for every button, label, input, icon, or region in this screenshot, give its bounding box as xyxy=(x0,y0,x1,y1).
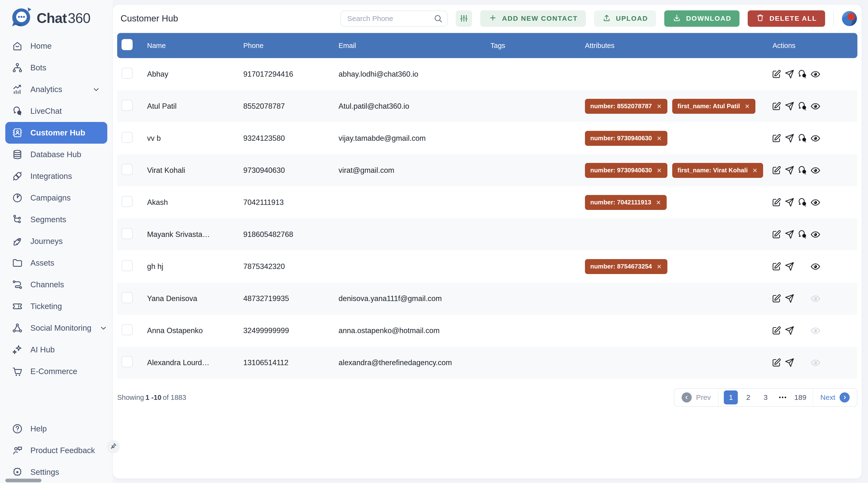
horizontal-scrollbar-thumb[interactable] xyxy=(5,479,41,482)
prev-page-button[interactable]: Prev xyxy=(674,389,719,406)
search-input[interactable] xyxy=(340,10,447,27)
table-footer: Showing1 -10of 1883 Prev 1 2 3 ••• 189 N… xyxy=(117,388,858,407)
row-checkbox[interactable] xyxy=(122,324,133,335)
chat-icon[interactable] xyxy=(797,101,808,111)
edit-icon[interactable] xyxy=(771,101,782,111)
search-icon[interactable] xyxy=(434,14,443,23)
send-icon[interactable] xyxy=(784,69,795,79)
page-button-3[interactable]: 3 xyxy=(758,390,773,405)
sidebar-item-assets[interactable]: Assets xyxy=(5,252,107,274)
add-new-contact-label: ADD NEW CONTACT xyxy=(502,15,578,23)
remove-attribute-icon[interactable] xyxy=(656,103,662,109)
column-header-phone: Phone xyxy=(239,42,334,50)
sidebar-item-label: Campaigns xyxy=(30,193,71,202)
edit-icon[interactable] xyxy=(771,69,782,79)
cell-phone: 8552078787 xyxy=(239,102,334,110)
select-all-checkbox[interactable] xyxy=(122,39,133,50)
sidebar-item-channels[interactable]: Channels xyxy=(5,274,107,295)
sidebar-item-livechat[interactable]: LiveChat xyxy=(5,100,107,122)
edit-icon[interactable] xyxy=(771,165,782,176)
row-checkbox[interactable] xyxy=(122,292,133,303)
sidebar-item-bots[interactable]: Bots xyxy=(5,57,107,78)
cell-actions xyxy=(768,101,858,111)
chat-icon[interactable] xyxy=(797,69,808,79)
row-checkbox[interactable] xyxy=(122,260,133,271)
sidebar-item-ecommerce[interactable]: E-Commerce xyxy=(5,360,107,382)
eye-icon[interactable] xyxy=(810,165,821,176)
pagination: Prev 1 2 3 ••• 189 Next xyxy=(674,388,858,407)
sidebar-item-database-hub[interactable]: Database Hub xyxy=(5,143,107,165)
row-checkbox[interactable] xyxy=(122,68,133,79)
next-page-button[interactable]: Next xyxy=(812,389,857,406)
page-button-2[interactable]: 2 xyxy=(741,390,755,405)
eye-icon[interactable] xyxy=(810,133,821,143)
sidebar-item-journeys[interactable]: Journeys xyxy=(5,230,107,252)
delete-all-button[interactable]: DELETE ALL xyxy=(748,10,825,27)
chat-icon[interactable] xyxy=(797,197,808,208)
sidebar-item-social-monitoring[interactable]: Social Monitoring xyxy=(5,317,107,339)
sidebar-item-integrations[interactable]: Integrations xyxy=(5,165,107,187)
filter-button[interactable] xyxy=(456,10,472,27)
sidebar-item-campaigns[interactable]: Campaigns xyxy=(5,187,107,209)
row-checkbox[interactable] xyxy=(122,196,133,207)
eye-icon[interactable] xyxy=(810,101,821,111)
cell-phone: 13106514112 xyxy=(239,358,334,367)
row-checkbox[interactable] xyxy=(122,228,133,239)
attribute-chip: first_name: Atul Patil xyxy=(672,99,755,114)
send-icon[interactable] xyxy=(784,229,795,240)
page-button-189[interactable]: 189 xyxy=(793,390,807,405)
remove-attribute-icon[interactable] xyxy=(656,167,662,173)
sidebar-item-label: Integrations xyxy=(30,171,72,181)
send-icon[interactable] xyxy=(784,293,795,304)
sidebar-item-help[interactable]: Help xyxy=(5,418,107,440)
remove-attribute-icon[interactable] xyxy=(752,167,758,173)
remove-attribute-icon[interactable] xyxy=(656,199,661,205)
edit-icon[interactable] xyxy=(771,261,782,272)
chevron-down-icon[interactable] xyxy=(99,323,108,333)
send-icon[interactable] xyxy=(784,133,795,143)
user-avatar[interactable] xyxy=(842,11,857,26)
pin-sidebar-button[interactable] xyxy=(107,440,120,453)
remove-attribute-icon[interactable] xyxy=(656,135,662,141)
eye-icon[interactable] xyxy=(810,261,821,272)
cell-phone: 48732719935 xyxy=(239,294,334,303)
upload-button[interactable]: UPLOAD xyxy=(594,10,656,27)
sidebar-item-home[interactable]: Home xyxy=(5,35,107,57)
row-checkbox[interactable] xyxy=(122,132,133,143)
send-icon[interactable] xyxy=(784,101,795,111)
send-icon[interactable] xyxy=(784,325,795,336)
row-checkbox[interactable] xyxy=(122,356,133,367)
edit-icon[interactable] xyxy=(771,325,782,336)
remove-attribute-icon[interactable] xyxy=(656,264,662,269)
send-icon[interactable] xyxy=(784,261,795,272)
eye-icon[interactable] xyxy=(810,69,821,79)
send-icon[interactable] xyxy=(784,357,795,368)
sidebar-item-ticketing[interactable]: Ticketing xyxy=(5,295,107,317)
row-checkbox[interactable] xyxy=(122,164,133,175)
edit-icon[interactable] xyxy=(771,133,782,143)
chevron-down-icon[interactable] xyxy=(91,85,101,94)
edit-icon[interactable] xyxy=(771,229,782,240)
download-button[interactable]: DOWNLOAD xyxy=(664,10,740,27)
edit-icon[interactable] xyxy=(771,293,782,304)
sidebar-item-customer-hub[interactable]: Customer Hub xyxy=(5,122,107,143)
cell-actions xyxy=(768,293,858,304)
remove-attribute-icon[interactable] xyxy=(744,103,750,109)
send-icon[interactable] xyxy=(784,197,795,208)
chat-icon[interactable] xyxy=(797,165,808,176)
chat-icon[interactable] xyxy=(797,133,808,143)
edit-icon[interactable] xyxy=(771,357,782,368)
chat-icon[interactable] xyxy=(797,229,808,240)
add-new-contact-button[interactable]: ADD NEW CONTACT xyxy=(480,10,586,27)
sidebar-item-label: Database Hub xyxy=(30,150,81,159)
send-icon[interactable] xyxy=(784,165,795,176)
eye-icon[interactable] xyxy=(810,197,821,208)
row-checkbox[interactable] xyxy=(122,100,133,111)
edit-icon[interactable] xyxy=(771,197,782,208)
page-button-1[interactable]: 1 xyxy=(724,390,738,405)
sidebar-item-analytics[interactable]: Analytics xyxy=(5,78,107,100)
sidebar-item-product-feedback[interactable]: Product Feedback xyxy=(5,440,107,461)
sidebar-item-ai-hub[interactable]: AI Hub xyxy=(5,339,107,360)
sidebar-item-segments[interactable]: Segments xyxy=(5,209,107,230)
eye-icon[interactable] xyxy=(810,229,821,240)
